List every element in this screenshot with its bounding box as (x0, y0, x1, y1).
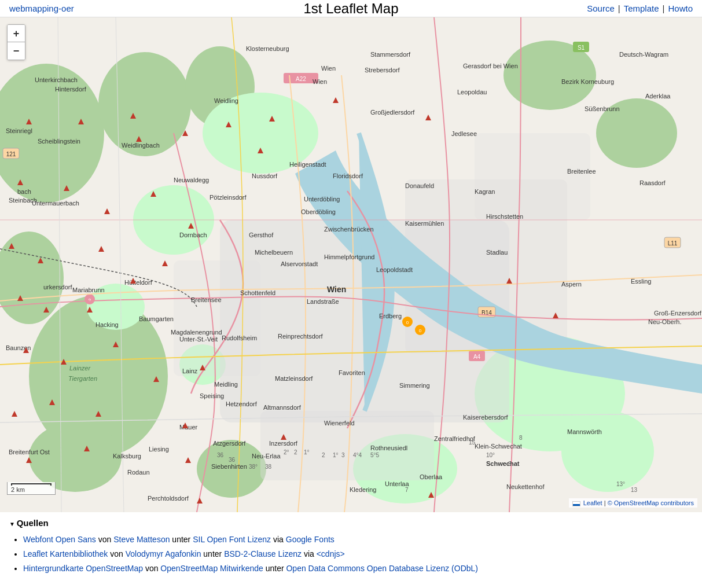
svg-text:Aderklaa: Aderklaa (645, 93, 671, 100)
zoom-in-button[interactable]: + (8, 25, 25, 42)
svg-text:Hütteldorf: Hütteldorf (124, 279, 153, 286)
svg-text:Großjedlersdorf: Großjedlersdorf (370, 109, 415, 116)
leaflet-lib-link[interactable]: Leaflet Kartenbibliothek (23, 549, 108, 558)
svg-text:38°: 38° (249, 464, 258, 470)
svg-text:Baumgarten: Baumgarten (139, 315, 174, 322)
svg-text:5°5: 5°5 (370, 452, 380, 458)
svg-text:Gerasdorf bei Wien: Gerasdorf bei Wien (463, 63, 518, 69)
svg-text:Deutsch-Wagram: Deutsch-Wagram (619, 51, 668, 58)
svg-text:38: 38 (265, 464, 272, 470)
svg-text:Leopoldau: Leopoldau (457, 89, 487, 95)
zoom-out-button[interactable]: − (8, 42, 25, 60)
svg-text:Bezirk Korneuburg: Bezirk Korneuburg (561, 78, 614, 85)
svg-text:Wien: Wien (327, 285, 346, 294)
svg-text:10°: 10° (486, 452, 495, 458)
svg-text:Speising: Speising (200, 392, 224, 399)
osm-attribution-link[interactable]: © OpenStreetMap contributors (608, 499, 694, 506)
svg-text:Heiligenstadt: Heiligenstadt (289, 161, 326, 168)
svg-text:121: 121 (6, 151, 16, 157)
svg-text:Breitenlee: Breitenlee (567, 168, 596, 175)
leaflet-link[interactable]: Leaflet (583, 499, 602, 506)
svg-text:Rodaun: Rodaun (127, 469, 150, 476)
svg-text:Tiergarten: Tiergarten (68, 375, 97, 382)
sources-list: Webfont Open Sans von Steve Matteson unt… (9, 532, 693, 576)
svg-text:Perchtoldsdorf: Perchtoldsdorf (148, 495, 189, 502)
svg-text:Nussdorf: Nussdorf (252, 172, 278, 179)
site-link[interactable]: webmapping-oer (9, 3, 74, 13)
osm-map-link[interactable]: Hintergrundkarte OpenStreetMap (23, 564, 143, 573)
text-unter-1: unter (172, 535, 193, 544)
nav-howto[interactable]: Howto (668, 3, 693, 13)
nav-template[interactable]: Template (624, 3, 659, 13)
map-container[interactable]: A22 S1 A4 B14 L11 121 0 0 9 (0, 17, 702, 512)
sources-section: Quellen Webfont Open Sans von Steve Matt… (0, 512, 702, 586)
svg-text:Steinriegl: Steinriegl (6, 127, 32, 134)
svg-text:Breitensee: Breitensee (191, 296, 222, 303)
header-nav: Source | Template | Howto (587, 3, 693, 13)
svg-text:13: 13 (631, 487, 638, 493)
scale-line (11, 483, 52, 486)
osm-contributors-link[interactable]: OpenStreetMap Mitwirkende (160, 564, 263, 573)
list-item: Hintergrundkarte OpenStreetMap von OpenS… (23, 561, 693, 576)
svg-text:1°: 1° (304, 449, 310, 455)
webfont-link[interactable]: Webfont Open Sans (23, 535, 96, 544)
site-logo[interactable]: webmapping-oer (9, 3, 74, 13)
steve-matteson-link[interactable]: Steve Matteson (113, 535, 170, 544)
svg-text:Schwechat: Schwechat (486, 460, 520, 467)
svg-text:Klein-Schwechat: Klein-Schwechat (475, 443, 522, 450)
svg-text:Meidling: Meidling (214, 381, 238, 388)
svg-text:A4: A4 (473, 354, 481, 360)
svg-text:Jedlesee: Jedlesee (451, 130, 477, 137)
svg-text:Stadlau: Stadlau (486, 249, 508, 256)
odbl-license-link[interactable]: Open Data Commons Open Database Lizenz (… (286, 564, 478, 573)
svg-rect-21 (174, 260, 260, 376)
svg-text:Lainzer: Lainzer (69, 365, 91, 372)
svg-text:urkersdorf: urkersdorf (43, 284, 72, 291)
sources-header[interactable]: Quellen (9, 518, 693, 528)
svg-text:1°: 1° (333, 452, 339, 458)
bsd-license-link[interactable]: BSD-2-Clause Lizenz (224, 549, 302, 558)
svg-text:A22: A22 (296, 76, 306, 82)
google-fonts-link[interactable]: Google Fonts (286, 535, 335, 544)
svg-text:Floridsdorf: Floridsdorf (333, 172, 363, 179)
svg-text:Kagran: Kagran (475, 188, 495, 195)
svg-text:Favoriten: Favoriten (339, 369, 365, 376)
svg-text:bach: bach (17, 188, 31, 195)
svg-text:Unterkirchbach: Unterkirchbach (35, 76, 78, 83)
scale-label: 2 km (11, 486, 25, 493)
agafonkin-link[interactable]: Volodymyr Agafonkin (126, 549, 201, 558)
svg-point-3 (98, 52, 191, 156)
svg-text:Stammersdorf: Stammersdorf (370, 51, 411, 58)
svg-text:Altmannsdorf: Altmannsdorf (263, 404, 302, 411)
svg-text:36: 36 (217, 452, 224, 458)
text-von-2: von (110, 549, 125, 558)
svg-text:Mauer: Mauer (179, 424, 198, 431)
svg-text:Siebenhirten: Siebenhirten (211, 463, 247, 470)
sil-license-link[interactable]: SIL Open Font Lizenz (193, 535, 271, 544)
nav-sep-2: | (663, 3, 665, 13)
svg-text:Weidling: Weidling (214, 97, 238, 104)
svg-text:Schottenfeld: Schottenfeld (240, 289, 275, 296)
svg-text:Neukettenhof: Neukettenhof (506, 483, 545, 490)
svg-text:Weidlingbach: Weidlingbach (122, 142, 160, 149)
svg-text:Liesing: Liesing (149, 446, 169, 453)
svg-text:Simmering: Simmering (399, 382, 430, 389)
svg-text:Raasdorf: Raasdorf (639, 179, 666, 186)
svg-text:Hetzendorf: Hetzendorf (226, 400, 258, 407)
nav-source[interactable]: Source (587, 3, 615, 13)
svg-rect-19 (475, 133, 590, 220)
scale-bar: 2 km (7, 482, 56, 495)
svg-text:Klosterneuburg: Klosterneuburg (246, 45, 289, 52)
leaflet-flag (572, 501, 580, 506)
zoom-controls: + − (7, 24, 25, 60)
svg-text:Erdberg: Erdberg (379, 313, 402, 319)
svg-text:Wien: Wien (321, 65, 336, 72)
svg-point-6 (29, 422, 122, 492)
text-unter-2: unter (203, 549, 224, 558)
svg-text:Leopoldstadt: Leopoldstadt (376, 266, 413, 273)
svg-text:Zwischenbrücken: Zwischenbrücken (324, 226, 374, 233)
page-header: webmapping-oer 1st Leaflet Map Source | … (0, 0, 702, 17)
cdnjs-link[interactable]: <cdnjs> (317, 549, 345, 558)
svg-text:S1: S1 (578, 45, 585, 51)
svg-text:Donaufeld: Donaufeld (405, 182, 434, 189)
